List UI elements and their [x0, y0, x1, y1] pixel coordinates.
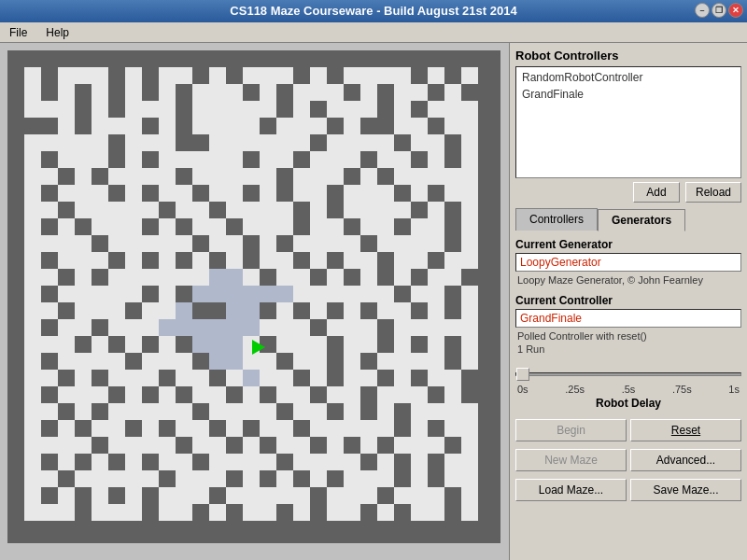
- title-bar-controls: – ❐ ✕: [695, 3, 743, 18]
- maze-grid: [7, 50, 500, 543]
- close-button[interactable]: ✕: [728, 3, 743, 18]
- new-maze-button[interactable]: New Maze: [515, 449, 627, 471]
- svg-rect-167: [24, 319, 41, 353]
- svg-rect-79: [260, 185, 276, 218]
- svg-rect-174: [360, 319, 377, 336]
- svg-rect-97: [276, 202, 293, 235]
- svg-rect-94: [142, 202, 159, 218]
- svg-rect-295: [209, 504, 226, 521]
- svg-rect-138: [159, 269, 192, 286]
- svg-rect-128: [226, 252, 243, 269]
- svg-rect-191: [108, 353, 125, 370]
- svg-rect-47: [327, 134, 344, 168]
- svg-rect-172: [293, 319, 310, 353]
- svg-rect-251: [243, 437, 260, 470]
- menu-file[interactable]: File: [4, 24, 33, 41]
- controller-item-random[interactable]: RandomRobotController: [518, 69, 739, 86]
- svg-rect-206: [260, 370, 293, 386]
- slider-line[interactable]: [515, 372, 741, 376]
- tab-controllers[interactable]: Controllers: [515, 208, 598, 231]
- svg-rect-36: [276, 118, 293, 151]
- svg-rect-68: [327, 168, 344, 185]
- svg-rect-20: [360, 84, 377, 118]
- reload-button[interactable]: Reload: [685, 182, 741, 203]
- svg-rect-271: [142, 470, 159, 487]
- bottom-buttons-row1: Begin Reset: [515, 419, 741, 441]
- tab-bar: Controllers Generators: [515, 208, 741, 231]
- svg-rect-216: [192, 386, 226, 403]
- svg-rect-6: [243, 67, 293, 84]
- bottom-buttons-row2: New Maze Advanced...: [515, 449, 741, 471]
- svg-rect-296: [243, 504, 276, 521]
- svg-rect-148: [92, 286, 108, 319]
- svg-rect-132: [394, 252, 428, 269]
- svg-rect-168: [58, 319, 92, 336]
- svg-rect-175: [394, 319, 428, 336]
- svg-rect-176: [444, 319, 461, 336]
- svg-rect-284: [125, 487, 142, 504]
- add-button[interactable]: Add: [633, 182, 680, 203]
- slider-thumb[interactable]: [516, 368, 529, 381]
- svg-rect-228: [209, 403, 243, 420]
- minimize-button[interactable]: –: [695, 3, 710, 18]
- svg-rect-186: [344, 336, 377, 353]
- reset-button[interactable]: Reset: [630, 419, 741, 441]
- restore-button[interactable]: ❐: [712, 3, 726, 18]
- svg-rect-270: [75, 470, 125, 487]
- svg-rect-105: [92, 218, 142, 235]
- load-maze-button[interactable]: Load Maze...: [515, 479, 627, 501]
- svg-rect-86: [192, 319, 226, 336]
- svg-rect-1: [24, 67, 41, 84]
- svg-rect-137: [142, 269, 159, 286]
- svg-rect-188: [428, 336, 444, 353]
- svg-rect-27: [293, 101, 310, 134]
- svg-rect-184: [276, 336, 293, 353]
- svg-rect-213: [92, 386, 108, 403]
- save-maze-button[interactable]: Save Maze...: [630, 479, 741, 501]
- svg-rect-273: [192, 470, 226, 487]
- begin-button[interactable]: Begin: [515, 419, 627, 441]
- svg-rect-293: [92, 504, 142, 521]
- svg-rect-159: [108, 302, 125, 319]
- current-controller-section: Current Controller GrandFinale Polled Co…: [515, 294, 741, 356]
- svg-rect-240: [226, 420, 243, 437]
- svg-rect-200: [461, 353, 478, 370]
- svg-rect-245: [444, 420, 478, 437]
- tab-generators[interactable]: Generators: [598, 209, 685, 231]
- run-label: 1 Run: [515, 343, 741, 356]
- svg-rect-247: [75, 437, 92, 454]
- svg-rect-70: [394, 168, 428, 185]
- svg-rect-171: [260, 319, 276, 336]
- svg-rect-29: [394, 101, 411, 134]
- svg-rect-117: [260, 235, 276, 269]
- svg-rect-250: [192, 437, 226, 454]
- svg-rect-58: [344, 151, 360, 168]
- advanced-button[interactable]: Advanced...: [630, 449, 741, 471]
- svg-rect-134: [24, 269, 58, 286]
- svg-rect-244: [411, 420, 428, 437]
- svg-rect-107: [192, 218, 226, 235]
- svg-rect-61: [41, 168, 58, 185]
- svg-rect-76: [125, 185, 142, 218]
- controller-item-grandfinale[interactable]: GrandFinale: [518, 86, 739, 103]
- svg-rect-113: [75, 235, 92, 252]
- svg-rect-180: [125, 336, 142, 353]
- svg-rect-149: [108, 286, 142, 302]
- svg-rect-140: [243, 269, 260, 286]
- slider-label-0: 0s: [517, 384, 529, 395]
- svg-rect-144: [394, 269, 411, 286]
- svg-rect-163: [310, 302, 327, 319]
- svg-rect-71: [444, 168, 461, 185]
- svg-rect-199: [411, 353, 444, 370]
- svg-rect-234: [461, 403, 478, 420]
- svg-rect-77: [159, 185, 192, 202]
- svg-rect-99: [344, 202, 377, 218]
- svg-rect-42: [75, 134, 108, 151]
- svg-rect-139: [209, 269, 226, 286]
- menu-help[interactable]: Help: [40, 24, 75, 41]
- svg-rect-22: [444, 84, 461, 118]
- svg-rect-7: [310, 67, 327, 84]
- svg-rect-225: [108, 403, 125, 420]
- controllers-list[interactable]: RandomRobotController GrandFinale: [515, 66, 741, 178]
- svg-rect-220: [377, 386, 394, 403]
